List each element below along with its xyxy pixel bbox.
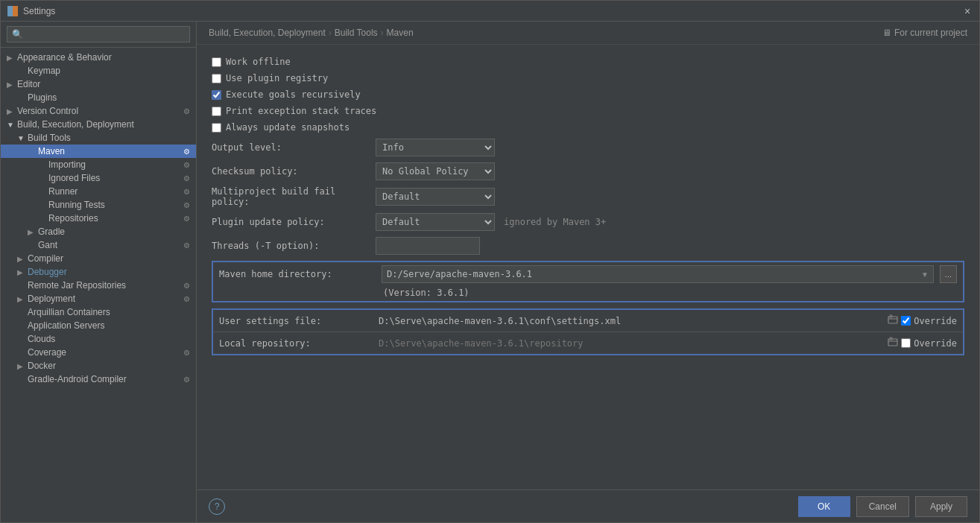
multiproject-policy-dropdown[interactable]: Default Never After At End Always bbox=[376, 188, 495, 206]
work-offline-label: Work offline bbox=[226, 57, 291, 67]
expand-arrow: ▼ bbox=[7, 121, 17, 129]
local-repository-browse-button[interactable] bbox=[885, 335, 901, 351]
sidebar-item-build-exec-deploy[interactable]: ▼ Build, Execution, Deployment bbox=[1, 118, 196, 131]
maven-home-row: Maven home directory: D:/Serve/apache-ma… bbox=[213, 262, 963, 286]
sidebar-item-remote-jar[interactable]: Remote Jar Repositories ⚙ bbox=[1, 279, 196, 292]
sidebar-item-debugger[interactable]: ▶ Debugger bbox=[1, 265, 196, 279]
dropdown-arrow-icon: ▼ bbox=[921, 270, 929, 279]
window-controls: × bbox=[961, 5, 973, 17]
search-input[interactable] bbox=[7, 26, 190, 42]
user-settings-path: D:\Serve\apache-maven-3.6.1\conf\setting… bbox=[376, 314, 885, 328]
svg-rect-0 bbox=[7, 6, 13, 11]
sidebar-item-clouds[interactable]: Clouds bbox=[1, 332, 196, 346]
expand-arrow: ▶ bbox=[7, 107, 17, 115]
maven-home-path-container: D:/Serve/apache-maven-3.6.1 ▼ bbox=[382, 265, 934, 283]
close-button[interactable]: × bbox=[961, 5, 973, 17]
sidebar-item-runner[interactable]: Runner ⚙ bbox=[1, 185, 196, 198]
help-button[interactable]: ? bbox=[209, 498, 225, 515]
maven-home-path-value: D:/Serve/apache-maven-3.6.1 bbox=[387, 269, 918, 279]
bottom-bar: ? OK Cancel Apply bbox=[197, 489, 979, 522]
user-settings-override-checkbox[interactable] bbox=[901, 316, 911, 326]
project-indicator: 🖥 For current project bbox=[882, 28, 967, 38]
sync-icon: ⚙ bbox=[183, 349, 190, 357]
breadcrumb-tools: Build Tools bbox=[335, 28, 378, 38]
sidebar-item-arquillian[interactable]: Arquillian Containers bbox=[1, 305, 196, 319]
sidebar-item-compiler[interactable]: ▶ Compiler bbox=[1, 252, 196, 265]
sidebar: ▶ Appearance & Behavior Keymap ▶ Editor … bbox=[1, 22, 197, 522]
sidebar-item-gradle-android[interactable]: Gradle-Android Compiler ⚙ bbox=[1, 373, 196, 386]
sidebar-item-docker[interactable]: ▶ Docker bbox=[1, 359, 196, 373]
always-update-row: Always update snapshots bbox=[212, 122, 964, 133]
window-title: Settings bbox=[23, 6, 961, 16]
sidebar-item-plugins[interactable]: Plugins bbox=[1, 91, 196, 104]
user-settings-browse-button[interactable] bbox=[885, 313, 901, 329]
output-level-label: Output level: bbox=[212, 142, 376, 153]
use-plugin-registry-checkbox[interactable] bbox=[212, 74, 221, 83]
right-panel: Build, Execution, Deployment › Build Too… bbox=[197, 22, 979, 522]
sidebar-item-deployment[interactable]: ▶ Deployment ⚙ bbox=[1, 292, 196, 305]
ok-button[interactable]: OK bbox=[798, 496, 850, 517]
threads-row: Threads (-T option): bbox=[212, 237, 964, 255]
execute-goals-row: Execute goals recursively bbox=[212, 89, 964, 100]
threads-control bbox=[376, 237, 480, 255]
multiproject-policy-row: Multiproject build fail policy: Default … bbox=[212, 186, 964, 207]
plugin-update-note: ignored by Maven 3+ bbox=[504, 217, 606, 227]
sync-icon: ⚙ bbox=[183, 375, 190, 384]
apply-button[interactable]: Apply bbox=[915, 496, 967, 517]
expand-arrow: ▶ bbox=[17, 295, 28, 303]
svg-rect-1 bbox=[13, 6, 18, 11]
expand-arrow: ▶ bbox=[17, 362, 28, 370]
always-update-label: Always update snapshots bbox=[226, 122, 350, 133]
threads-label: Threads (-T option): bbox=[212, 241, 376, 251]
user-settings-override: Override bbox=[901, 316, 957, 326]
print-exception-checkbox[interactable] bbox=[212, 107, 221, 116]
sidebar-item-repositories[interactable]: Repositories ⚙ bbox=[1, 212, 196, 225]
sync-icon: ⚙ bbox=[183, 215, 190, 223]
sidebar-item-build-tools[interactable]: ▼ Build Tools bbox=[1, 131, 196, 145]
output-level-control: Info Debug Error bbox=[376, 139, 495, 156]
sidebar-item-coverage[interactable]: Coverage ⚙ bbox=[1, 346, 196, 359]
work-offline-checkbox[interactable] bbox=[212, 57, 221, 67]
file-section: User settings file: D:\Serve\apache-mave… bbox=[212, 308, 964, 355]
user-settings-label: User settings file: bbox=[219, 316, 376, 326]
plugin-update-policy-dropdown[interactable]: Default Force Never bbox=[376, 213, 495, 231]
breadcrumb-maven: Maven bbox=[387, 28, 414, 38]
svg-rect-2 bbox=[7, 11, 13, 16]
settings-window: Settings × ▶ Appearance & Behavior Keyma… bbox=[0, 0, 980, 523]
cancel-button[interactable]: Cancel bbox=[856, 496, 909, 517]
sidebar-item-importing[interactable]: Importing ⚙ bbox=[1, 158, 196, 171]
maven-home-section: Maven home directory: D:/Serve/apache-ma… bbox=[212, 261, 964, 302]
checksum-policy-control: No Global Policy Fail Warn Ignore bbox=[376, 162, 495, 180]
threads-input[interactable] bbox=[376, 237, 480, 255]
expand-arrow: ▶ bbox=[17, 268, 28, 276]
sidebar-item-ignored-files[interactable]: Ignored Files ⚙ bbox=[1, 171, 196, 185]
sidebar-tree: ▶ Appearance & Behavior Keymap ▶ Editor … bbox=[1, 48, 196, 522]
checksum-policy-dropdown[interactable]: No Global Policy Fail Warn Ignore bbox=[376, 162, 495, 180]
plugin-update-policy-row: Plugin update policy: Default Force Neve… bbox=[212, 213, 964, 231]
execute-goals-checkbox[interactable] bbox=[212, 90, 221, 100]
sync-icon: ⚙ bbox=[183, 188, 190, 196]
maven-home-browse-button[interactable]: ... bbox=[940, 265, 957, 283]
output-level-dropdown[interactable]: Info Debug Error bbox=[376, 139, 495, 156]
sidebar-item-appearance-behavior[interactable]: ▶ Appearance & Behavior bbox=[1, 51, 196, 64]
sidebar-item-version-control[interactable]: ▶ Version Control ⚙ bbox=[1, 104, 196, 118]
sync-icon: ⚙ bbox=[183, 148, 190, 156]
always-update-checkbox[interactable] bbox=[212, 123, 221, 133]
local-repository-override-checkbox[interactable] bbox=[901, 338, 911, 348]
sidebar-item-gradle[interactable]: ▶ Gradle bbox=[1, 225, 196, 238]
sidebar-item-gant[interactable]: Gant ⚙ bbox=[1, 238, 196, 252]
use-plugin-registry-label: Use plugin registry bbox=[226, 73, 328, 83]
main-content: ▶ Appearance & Behavior Keymap ▶ Editor … bbox=[1, 22, 979, 522]
breadcrumb-sep1: › bbox=[329, 28, 332, 38]
multiproject-policy-label: Multiproject build fail policy: bbox=[212, 186, 376, 207]
sync-icon: ⚙ bbox=[183, 241, 190, 250]
sidebar-item-running-tests[interactable]: Running Tests ⚙ bbox=[1, 198, 196, 212]
execute-goals-label: Execute goals recursively bbox=[226, 89, 361, 100]
sidebar-item-maven[interactable]: Maven ⚙ bbox=[1, 145, 196, 158]
sidebar-item-keymap[interactable]: Keymap bbox=[1, 64, 196, 77]
sidebar-item-app-servers[interactable]: Application Servers bbox=[1, 319, 196, 332]
maven-version-row: (Version: 3.6.1) bbox=[213, 286, 963, 301]
title-bar: Settings × bbox=[1, 1, 979, 22]
sidebar-item-editor[interactable]: ▶ Editor bbox=[1, 77, 196, 91]
output-level-row: Output level: Info Debug Error bbox=[212, 139, 964, 156]
